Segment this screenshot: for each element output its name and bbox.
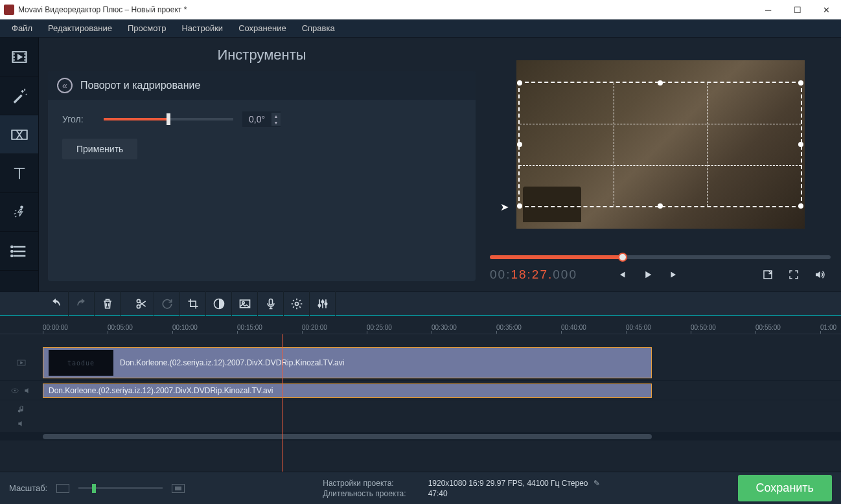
minimize-button[interactable]: ─ [754,0,783,19]
svg-point-2 [20,205,23,209]
back-button[interactable]: « [57,78,73,93]
status-bar: Масштаб: Настройки проекта: Длительность… [0,472,841,504]
rail-more-button[interactable] [0,232,38,271]
timeline-ruler[interactable]: 00:00:00 00:05:00 00:10:00 00:15:00 00:2… [0,316,841,334]
video-clip[interactable]: taodue Don.Korleone.(02.seriya.iz.12).20… [43,347,652,378]
tools-panel-title: Инструменты [48,47,476,63]
zoom-fit-icon[interactable] [172,484,185,493]
edit-settings-icon[interactable]: ✎ [593,479,600,488]
maximize-button[interactable]: ☐ [783,0,812,19]
timecode: 00:18:27.000 [490,268,577,282]
redo-button[interactable] [69,292,95,316]
zoom-out-icon[interactable] [56,484,69,493]
rail-media-button[interactable] [0,38,38,76]
close-button[interactable]: ✕ [812,0,841,19]
rail-magic-button[interactable] [0,76,38,115]
zoom-label: Масштаб: [9,483,47,493]
audio-clip-name: Don.Korleone.(02.seriya.iz.12).2007.DivX… [49,386,273,395]
playhead[interactable] [282,334,282,472]
svg-point-13 [295,302,298,305]
timeline-scrollbar[interactable] [0,433,841,441]
window-title: Movavi Видеоредактор Плюс – Новый проект… [18,5,754,14]
volume-button[interactable] [809,266,831,284]
video-track: taodue Don.Korleone.(02.seriya.iz.12).20… [0,345,841,381]
menu-view[interactable]: Просмотр [120,21,174,36]
playback-progress[interactable] [490,255,831,259]
rail-motion-button[interactable] [0,193,38,232]
fullscreen-button[interactable] [783,266,805,284]
delete-button[interactable] [95,292,121,316]
title-bar: Movavi Видеоредактор Плюс – Новый проект… [0,0,841,19]
svg-point-14 [318,304,320,306]
menu-save[interactable]: Сохранение [231,21,294,36]
equalizer-button[interactable] [310,292,336,316]
timeline-toolbar [0,292,841,316]
menu-help[interactable]: Справка [294,21,343,36]
zoom-slider[interactable] [78,487,163,489]
panel-header-title: Поворот и кадрирование [80,80,200,91]
timeline: 00:00:00 00:05:00 00:10:00 00:15:00 00:2… [0,316,841,472]
prev-frame-button[interactable] [611,266,633,284]
crop-handle-ml[interactable] [517,142,522,147]
angle-slider[interactable] [104,118,233,120]
detach-button[interactable] [757,266,779,284]
audio-clip[interactable]: Don.Korleone.(02.seriya.iz.12).2007.DivX… [43,384,652,398]
crop-handle-tc[interactable] [658,80,663,86]
menu-settings[interactable]: Настройки [174,21,231,36]
svg-point-16 [325,303,327,304]
project-settings-label: Настройки проекта: [323,479,393,488]
svg-point-15 [321,301,323,303]
speaker-icon[interactable] [23,385,32,396]
svg-point-19 [14,389,16,391]
menu-edit[interactable]: Редактирование [40,21,120,36]
svg-point-11 [242,301,244,303]
cut-button[interactable] [128,292,154,316]
music-note-icon [16,404,27,415]
menu-bar: Файл Редактирование Просмотр Настройки С… [0,19,841,38]
angle-down-button[interactable]: ▼ [271,119,281,126]
audio-track: Don.Korleone.(02.seriya.iz.12).2007.DivX… [0,381,841,400]
crop-handle-tl[interactable] [517,80,522,86]
menu-file[interactable]: Файл [4,21,40,36]
color-adjust-button[interactable] [206,292,232,316]
svg-point-5 [11,255,12,256]
crop-handle-br[interactable] [798,203,803,209]
angle-spinner[interactable]: 0,0° ▲ ▼ [242,111,281,127]
tool-rail [0,38,39,292]
app-icon [4,5,14,15]
next-frame-button[interactable] [663,266,685,284]
music-track [0,400,841,433]
crop-button[interactable] [180,292,206,316]
crop-handle-tr[interactable] [798,80,803,86]
play-button[interactable] [637,266,659,284]
rotate-button[interactable] [154,292,180,316]
rotate-crop-panel: « Поворот и кадрирование Угол: 0,0° ▲ ▼ [48,71,476,281]
crop-frame[interactable] [518,82,802,207]
video-clip-name: Don.Korleone.(02.seriya.iz.12).2007.DivX… [120,358,344,367]
image-button[interactable] [232,292,258,316]
video-track-icon [16,358,27,368]
crop-handle-bl[interactable] [517,203,522,209]
angle-up-button[interactable]: ▲ [271,113,281,119]
svg-rect-12 [269,299,272,304]
crop-handle-bc[interactable] [658,203,663,209]
rail-titles-button[interactable] [0,154,38,193]
project-duration-label: Длительность проекта: [323,489,406,498]
project-duration-value: 47:40 [428,489,448,498]
svg-point-3 [11,246,12,247]
microphone-button[interactable] [258,292,284,316]
clip-properties-button[interactable] [284,292,310,316]
angle-value: 0,0° [242,111,271,127]
angle-label: Угол: [62,114,95,124]
crop-handle-mr[interactable] [798,142,803,147]
apply-button[interactable]: Применить [62,139,137,159]
eye-icon[interactable] [10,385,19,396]
svg-point-4 [11,250,12,251]
export-button[interactable]: Сохранить [738,475,832,501]
speaker-icon[interactable] [17,418,26,429]
rail-transitions-button[interactable] [0,115,38,154]
clip-thumbnail: taodue [49,350,113,376]
undo-button[interactable] [43,292,69,316]
project-settings-value: 1920x1080 16:9 29.97 FPS, 44100 Гц Стере… [428,479,588,488]
preview-canvas[interactable] [487,43,833,246]
